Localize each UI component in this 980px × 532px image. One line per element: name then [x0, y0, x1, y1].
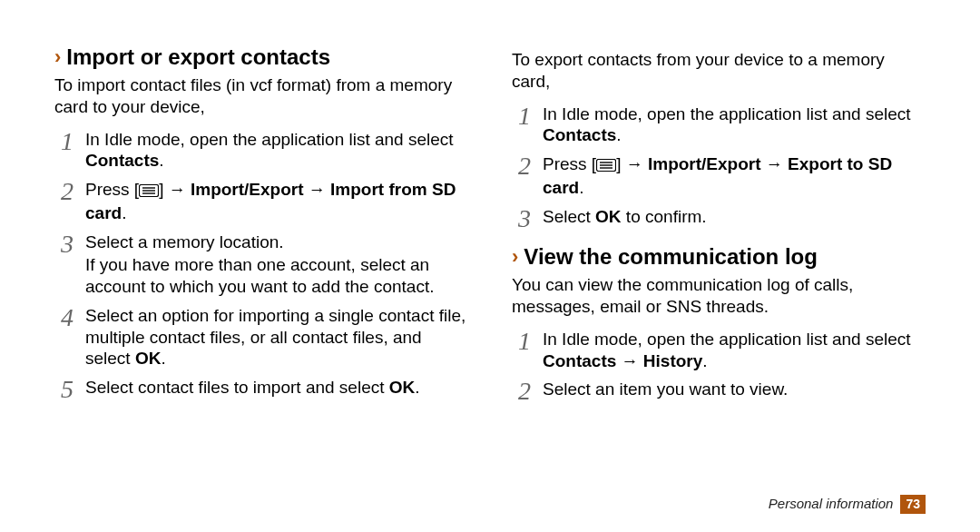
step: Select a memory location. If you have mo… — [54, 232, 468, 298]
export-intro: To export contacts from your device to a… — [512, 49, 926, 93]
menu-icon — [139, 181, 159, 202]
step: Select an item you want to view. — [512, 379, 926, 400]
import-intro: To import contact files (in vcf format) … — [54, 74, 468, 118]
comm-log-intro: You can view the communication log of ca… — [512, 274, 926, 318]
export-steps: In Idle mode, open the application list … — [512, 103, 926, 228]
heading-import-export: › Import or export contacts — [54, 44, 468, 71]
page: › Import or export contacts To import co… — [0, 0, 980, 532]
step-sub: If you have more than one account, selec… — [85, 254, 468, 298]
heading-text: Import or export contacts — [66, 44, 330, 71]
right-column: To export contacts from your device to a… — [512, 44, 926, 499]
step: Select contact files to import and selec… — [54, 377, 468, 399]
heading-text: View the communication log — [524, 243, 818, 271]
chevron-icon: › — [54, 47, 61, 67]
menu-icon — [596, 155, 616, 177]
step: Select OK to confirm. — [512, 206, 926, 228]
step: Select an option for importing a single … — [54, 305, 468, 369]
heading-comm-log: › View the communication log — [512, 243, 926, 271]
step: In Idle mode, open the application list … — [512, 329, 926, 372]
footer: Personal information 73 — [769, 495, 926, 515]
comm-log-steps: In Idle mode, open the application list … — [512, 329, 926, 400]
footer-label: Personal information — [769, 496, 894, 513]
left-column: › Import or export contacts To import co… — [54, 44, 468, 499]
import-steps: In Idle mode, open the application list … — [54, 129, 468, 399]
page-number: 73 — [900, 495, 926, 515]
step: In Idle mode, open the application list … — [512, 103, 926, 147]
step: In Idle mode, open the application list … — [54, 129, 468, 172]
chevron-icon: › — [512, 247, 518, 267]
step: Press [] → Import/Export → Export to SD … — [512, 153, 926, 199]
step: Press [] → Import/Export → Import from S… — [54, 179, 468, 224]
